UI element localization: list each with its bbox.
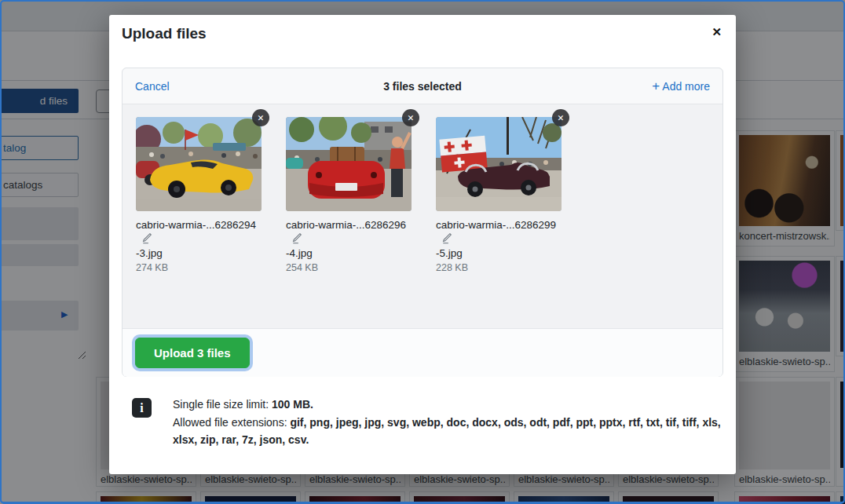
remove-file-icon[interactable]: ✕ [402,109,419,126]
upload-info-section: i Single file size limit: 100 MB. Allowe… [132,396,724,449]
add-more-link[interactable]: +Add more [652,79,710,94]
file-thumbnail-vintage-car [436,117,562,211]
edit-pencil-icon[interactable] [441,232,452,244]
edit-pencil-icon[interactable] [141,232,152,244]
upload-footer: Upload 3 files [123,328,722,377]
close-icon[interactable]: ✕ [711,26,722,38]
file-size: 254 KB [286,262,412,273]
file-tile: ✕ cabrio-warmia-...6286296 -4.jpg 254 KB [286,117,412,316]
files-selected-status: 3 files selected [123,80,722,93]
remove-file-icon[interactable]: ✕ [552,109,569,126]
plus-icon: + [652,79,660,93]
upload-files-button[interactable]: Upload 3 files [135,338,250,368]
remove-file-icon[interactable]: ✕ [252,109,269,126]
selected-files-list: ✕ cabrio-warmia-...6286294 -3.jpg 274 KB [123,104,722,328]
info-icon: i [132,398,152,418]
file-name: cabrio-warmia-...6286294 -3.jpg [136,218,262,260]
file-thumbnail-yellow-car [136,117,262,211]
file-thumbnail-red-car [286,117,412,211]
file-size: 274 KB [136,262,262,273]
upload-toolbar: Cancel 3 files selected +Add more [123,68,722,104]
upload-area: Cancel 3 files selected +Add more [122,68,723,377]
modal-title: Upload files [122,25,207,42]
upload-files-modal: Upload files ✕ Cancel 3 files selected +… [109,15,736,474]
edit-pencil-icon[interactable] [291,232,302,244]
upload-info-text: Single file size limit: 100 MB. Allowed … [173,396,724,449]
file-name: cabrio-warmia-...6286299 -5.jpg [436,218,562,260]
file-tile: ✕ cabrio-warmia-...6286294 -3.jpg 274 KB [136,117,262,316]
file-size: 228 KB [436,262,562,273]
file-name: cabrio-warmia-...6286296 -4.jpg [286,218,412,260]
file-tile: ✕ cabrio-warmia-...6286299 -5.jpg 228 KB [436,117,562,316]
